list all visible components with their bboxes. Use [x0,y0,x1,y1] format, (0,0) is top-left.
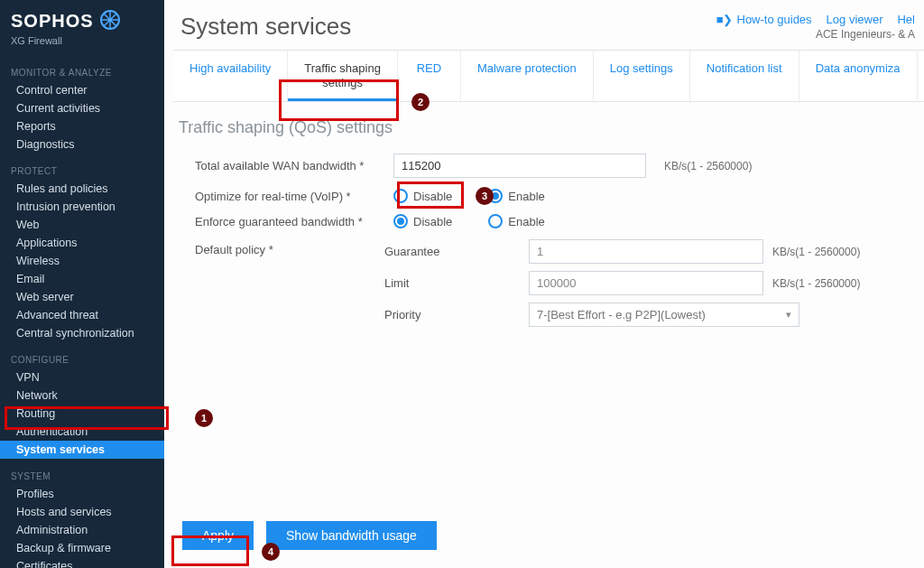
apply-button[interactable]: Apply [182,521,254,550]
tab-malware-protection[interactable]: Malware protection [461,51,594,101]
sidebar-item-current-activities[interactable]: Current activities [0,99,164,117]
tab-red[interactable]: RED [398,51,461,101]
limit-label: Limit [384,276,529,290]
sidebar-item-network[interactable]: Network [0,386,164,405]
sidebar-item-hosts-and-services[interactable]: Hosts and services [0,503,164,521]
total-wan-label: Total available WAN bandwidth * [195,159,384,172]
page-title: System services [180,13,351,41]
show-bandwidth-button[interactable]: Show bandwidth usage [266,521,437,550]
sidebar-item-web[interactable]: Web [0,216,164,234]
sidebar: SOPHOS XG Firewall MONITOR & ANALYZECont… [0,0,164,568]
brand: SOPHOS [0,5,164,35]
sidebar-item-routing[interactable]: Routing [0,405,164,423]
help-link[interactable]: Hel [897,13,915,26]
guarantee-input[interactable] [529,239,763,264]
guarantee-label: Guarantee [384,245,529,258]
radio-icon [488,189,503,203]
topbar: System services ■❯ How-to guides Log vie… [164,0,924,50]
howto-link[interactable]: ■❯ How-to guides [716,13,812,26]
tab-log-settings[interactable]: Log settings [594,51,690,101]
optimize-label: Optimize for real-time (VoIP) * [195,190,384,203]
sidebar-item-wireless[interactable]: Wireless [0,252,164,270]
chevron-down-icon: ▾ [786,309,791,321]
sidebar-item-web-server[interactable]: Web server [0,288,164,306]
enforce-disable-radio[interactable]: Disable [393,214,452,228]
tab-notification-list[interactable]: Notification list [690,51,799,101]
priority-label: Priority [384,308,529,321]
optimize-disable-radio[interactable]: Disable [393,189,452,203]
nav-section-title: MONITOR & ANALYZE [0,62,164,81]
sidebar-item-profiles[interactable]: Profiles [0,485,164,503]
tab-high-availability[interactable]: High availability [173,51,288,101]
main: System services ■❯ How-to guides Log vie… [164,0,924,568]
sidebar-item-rules-and-policies[interactable]: Rules and policies [0,180,164,198]
form: Total available WAN bandwidth * KB/s(1 -… [173,154,915,327]
camera-icon: ■❯ [716,13,734,26]
brand-subtitle: XG Firewall [0,35,164,57]
radio-icon [393,214,408,228]
section-title: Traffic shaping (QoS) settings [173,115,915,154]
sidebar-item-intrusion-prevention[interactable]: Intrusion prevention [0,198,164,216]
total-wan-input[interactable] [393,154,646,178]
nav-section-title: CONFIGURE [0,349,164,368]
radio-icon [393,189,408,203]
brand-name: SOPHOS [11,11,94,32]
brand-logo-icon [99,9,121,33]
sidebar-item-reports[interactable]: Reports [0,117,164,135]
limit-hint: KB/s(1 - 2560000) [772,277,860,290]
sidebar-item-diagnostics[interactable]: Diagnostics [0,135,164,154]
tab-data-anonymiza[interactable]: Data anonymiza [799,51,918,101]
nav-section-title: PROTECT [0,161,164,180]
enforce-label: Enforce guaranteed bandwidth * [195,215,384,228]
bottom-bar: Apply Show bandwidth usage [173,521,915,559]
tab-traffic-shaping-settings[interactable]: Traffic shapingsettings [288,51,398,101]
tabs: High availabilityTraffic shapingsettings… [173,50,924,102]
logviewer-link[interactable]: Log viewer [827,13,883,26]
sidebar-item-authentication[interactable]: Authentication [0,423,164,441]
content: Traffic shaping (QoS) settings Total ava… [164,102,924,568]
sidebar-item-applications[interactable]: Applications [0,234,164,252]
sidebar-item-advanced-threat[interactable]: Advanced threat [0,306,164,324]
limit-input[interactable] [529,271,763,295]
priority-select[interactable]: 7-[Best Effort - e.g P2P](Lowest) ▾ [529,303,799,327]
sidebar-item-central-synchronization[interactable]: Central synchronization [0,324,164,342]
org-name: ACE Ingenieurs- & A [816,28,915,41]
default-policy-label: Default policy * [195,239,384,327]
sidebar-item-administration[interactable]: Administration [0,521,164,539]
sidebar-item-backup-firmware[interactable]: Backup & firmware [0,539,164,557]
enforce-enable-radio[interactable]: Enable [488,214,544,228]
sidebar-item-vpn[interactable]: VPN [0,368,164,386]
optimize-enable-radio[interactable]: Enable [488,189,544,203]
top-links: ■❯ How-to guides Log viewer Hel ACE Inge… [716,13,915,41]
total-wan-hint: KB/s(1 - 2560000) [664,160,752,172]
radio-icon [488,214,503,228]
sidebar-item-control-center[interactable]: Control center [0,81,164,99]
sidebar-item-email[interactable]: Email [0,270,164,288]
sidebar-item-system-services[interactable]: System services [0,441,164,459]
sidebar-item-certificates[interactable]: Certificates [0,557,164,568]
nav-section-title: SYSTEM [0,466,164,485]
guarantee-hint: KB/s(1 - 2560000) [772,246,860,258]
